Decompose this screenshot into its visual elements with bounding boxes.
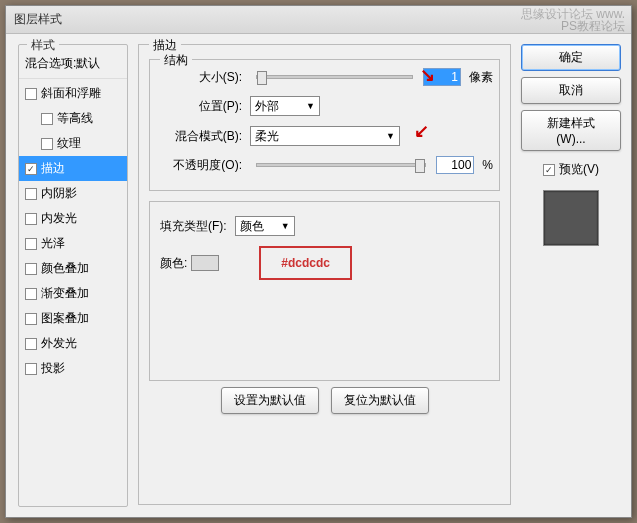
blending-options[interactable]: 混合选项:默认 — [19, 51, 127, 79]
checkbox[interactable] — [25, 288, 37, 300]
layer-style-dialog: 图层样式 思缘设计论坛 www. PS教程论坛 样式 混合选项:默认 斜面和浮雕 — [5, 5, 632, 518]
size-label: 大小(S): — [156, 69, 246, 86]
style-item-drop-shadow[interactable]: 投影 — [19, 356, 127, 381]
titlebar[interactable]: 图层样式 思缘设计论坛 www. PS教程论坛 — [6, 6, 631, 34]
styles-fieldset: 样式 混合选项:默认 斜面和浮雕 等高线 纹理 — [18, 44, 128, 507]
blend-row: 混合模式(B): 柔光 ▼ ↙ — [156, 126, 493, 146]
style-item-stroke[interactable]: 描边 — [19, 156, 127, 181]
chevron-down-icon: ▼ — [281, 221, 290, 231]
opacity-label: 不透明度(O): — [156, 157, 246, 174]
styles-panel: 样式 混合选项:默认 斜面和浮雕 等高线 纹理 — [18, 44, 128, 507]
preview-box — [543, 190, 599, 246]
watermark: 思缘设计论坛 www. PS教程论坛 — [521, 8, 625, 32]
checkbox[interactable] — [41, 138, 53, 150]
style-item-texture[interactable]: 纹理 — [19, 131, 127, 156]
fill-select[interactable]: 颜色 ▼ — [235, 216, 295, 236]
blend-select[interactable]: 柔光 ▼ — [250, 126, 400, 146]
position-row: 位置(P): 外部 ▼ — [156, 96, 493, 116]
blend-label: 混合模式(B): — [156, 128, 246, 145]
size-unit: 像素 — [469, 69, 493, 86]
chevron-down-icon: ▼ — [306, 101, 315, 111]
structure-legend: 结构 — [160, 52, 192, 69]
checkbox[interactable] — [41, 113, 53, 125]
position-select[interactable]: 外部 ▼ — [250, 96, 320, 116]
size-input[interactable]: 1 — [423, 68, 461, 86]
opacity-slider[interactable] — [256, 163, 426, 167]
preview-label: 预览(V) — [559, 161, 599, 178]
style-item-satin[interactable]: 光泽 — [19, 231, 127, 256]
structure-group: 结构 大小(S): 1 ↘ 像素 位置(P): 外部 ▼ — [149, 59, 500, 191]
checkbox[interactable] — [25, 88, 37, 100]
hex-annotation: #dcdcdc — [259, 246, 352, 280]
styles-list: 混合选项:默认 斜面和浮雕 等高线 纹理 — [19, 51, 127, 381]
checkbox[interactable] — [25, 238, 37, 250]
checkbox[interactable] — [25, 338, 37, 350]
ok-button[interactable]: 确定 — [521, 44, 621, 71]
opacity-input[interactable]: 100 — [436, 156, 474, 174]
preview-checkbox[interactable] — [543, 164, 555, 176]
style-item-inner-glow[interactable]: 内发光 — [19, 206, 127, 231]
reset-default-button[interactable]: 复位为默认值 — [331, 387, 429, 414]
styles-legend: 样式 — [27, 37, 59, 54]
position-label: 位置(P): — [156, 98, 246, 115]
opacity-row: 不透明度(O): 100 % — [156, 156, 493, 174]
checkbox[interactable] — [25, 313, 37, 325]
size-slider[interactable] — [256, 75, 413, 79]
checkbox[interactable] — [25, 363, 37, 375]
fill-label: 填充类型(F): — [160, 218, 231, 235]
style-item-pattern-overlay[interactable]: 图案叠加 — [19, 306, 127, 331]
style-item-bevel[interactable]: 斜面和浮雕 — [19, 81, 127, 106]
style-item-gradient-overlay[interactable]: 渐变叠加 — [19, 281, 127, 306]
style-item-outer-glow[interactable]: 外发光 — [19, 331, 127, 356]
style-item-inner-shadow[interactable]: 内阴影 — [19, 181, 127, 206]
checkbox[interactable] — [25, 263, 37, 275]
cancel-button[interactable]: 取消 — [521, 77, 621, 104]
chevron-down-icon: ▼ — [386, 131, 395, 141]
stroke-group: 描边 结构 大小(S): 1 ↘ 像素 位置(P): 外部 ▼ — [138, 44, 511, 505]
fill-type-row: 填充类型(F): 颜色 ▼ — [160, 216, 489, 236]
checkbox[interactable] — [25, 213, 37, 225]
dialog-body: 样式 混合选项:默认 斜面和浮雕 等高线 纹理 — [6, 34, 631, 517]
checkbox[interactable] — [25, 188, 37, 200]
action-panel: 确定 取消 新建样式(W)... 预览(V) — [521, 44, 621, 507]
preview-toggle[interactable]: 预览(V) — [521, 161, 621, 178]
annotation-arrow: ↙ — [414, 120, 429, 142]
window-title: 图层样式 — [14, 11, 62, 28]
color-row: 颜色: #dcdcdc — [160, 246, 489, 280]
style-item-color-overlay[interactable]: 颜色叠加 — [19, 256, 127, 281]
set-default-button[interactable]: 设置为默认值 — [221, 387, 319, 414]
new-style-button[interactable]: 新建样式(W)... — [521, 110, 621, 151]
settings-panel: 描边 结构 大小(S): 1 ↘ 像素 位置(P): 外部 ▼ — [138, 44, 511, 507]
fill-group: 填充类型(F): 颜色 ▼ 颜色: #dcdcdc — [149, 201, 500, 381]
color-label: 颜色: — [160, 255, 187, 272]
color-swatch[interactable] — [191, 255, 219, 271]
style-item-contour[interactable]: 等高线 — [19, 106, 127, 131]
size-row: 大小(S): 1 ↘ 像素 — [156, 68, 493, 86]
opacity-unit: % — [482, 158, 493, 172]
default-buttons: 设置为默认值 复位为默认值 — [149, 387, 500, 414]
checkbox[interactable] — [25, 163, 37, 175]
